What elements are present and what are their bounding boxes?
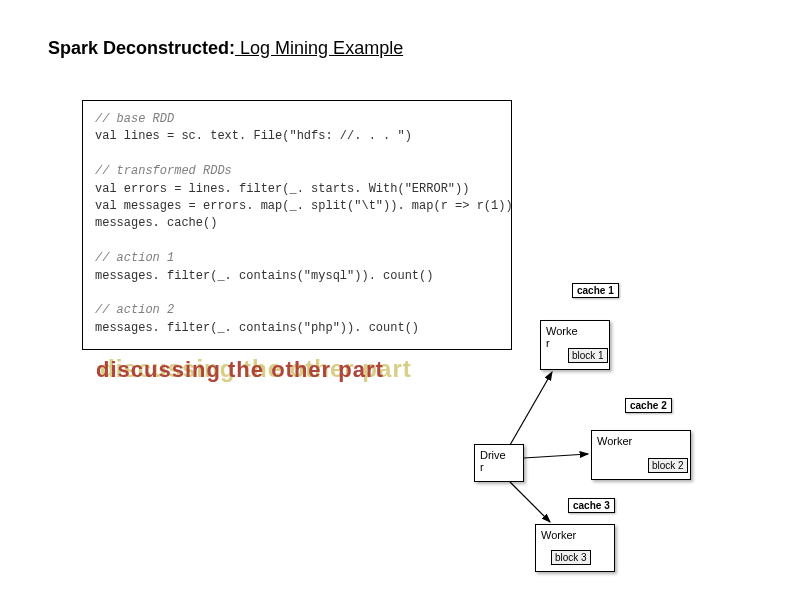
code-box: // base RDD val lines = sc. text. File("… <box>82 100 512 350</box>
block1-label: block 1 <box>568 348 608 363</box>
worker1-text-a: Worke <box>546 325 578 337</box>
code-line-6: messages. filter(_. contains("php")). co… <box>95 320 499 337</box>
code-line-5: messages. filter(_. contains("mysql")). … <box>95 268 499 285</box>
block2-label: block 2 <box>648 458 688 473</box>
cache3-label: cache 3 <box>568 498 615 513</box>
cache1-label: cache 1 <box>572 283 619 298</box>
overlay-front-text: discussing the other part <box>96 357 384 383</box>
blank <box>95 146 499 163</box>
cache2-label: cache 2 <box>625 398 672 413</box>
blank <box>95 233 499 250</box>
code-comment-3: // action 1 <box>95 250 499 267</box>
blank <box>95 285 499 302</box>
code-comment-1: // base RDD <box>95 111 499 128</box>
code-line-1: val lines = sc. text. File("hdfs: //. . … <box>95 128 499 145</box>
code-line-2: val errors = lines. filter(_. starts. Wi… <box>95 181 499 198</box>
overlay-back-text: discussing the other part <box>100 355 412 383</box>
block3-label: block 3 <box>551 550 591 565</box>
svg-line-2 <box>524 454 588 458</box>
title-bold: Spark Deconstructed: <box>48 38 235 58</box>
svg-line-1 <box>510 372 552 445</box>
worker1-text-b: r <box>546 337 550 349</box>
driver-text-a: Drive <box>480 449 506 461</box>
worker2-text: Worker <box>597 435 632 447</box>
driver-node: Drive r <box>474 444 524 482</box>
code-line-4: messages. cache() <box>95 215 499 232</box>
svg-line-3 <box>510 482 550 522</box>
slide-title: Spark Deconstructed: Log Mining Example <box>48 38 403 59</box>
code-comment-4: // action 2 <box>95 302 499 319</box>
code-comment-2: // transformed RDDs <box>95 163 499 180</box>
driver-text-b: r <box>480 461 484 473</box>
code-line-3: val messages = errors. map(_. split("\t"… <box>95 198 499 215</box>
worker3-text: Worker <box>541 529 576 541</box>
title-rest: Log Mining Example <box>235 38 403 58</box>
